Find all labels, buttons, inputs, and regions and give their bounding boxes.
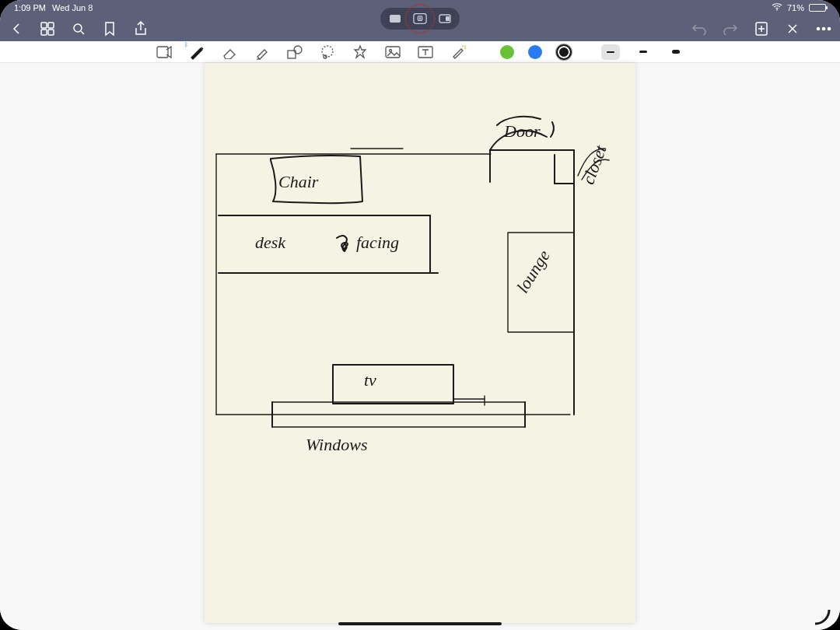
read-only-toggle[interactable] [155, 43, 173, 61]
eraser-tool[interactable] [220, 43, 239, 61]
svg-text:desk: desk [255, 233, 286, 252]
svg-text:Windows: Windows [306, 435, 367, 454]
svg-rect-8 [41, 23, 47, 28]
svg-text:tv: tv [364, 370, 376, 390]
shapes-tool[interactable] [285, 43, 304, 61]
status-time: 1:09 PM [14, 3, 46, 12]
color-black-selected[interactable] [556, 44, 572, 60]
stickers-tool[interactable] [351, 43, 369, 61]
color-green[interactable] [500, 45, 514, 59]
bookmark-button[interactable] [101, 20, 118, 37]
svg-rect-9 [48, 23, 54, 28]
color-blue[interactable] [528, 45, 542, 59]
share-button[interactable] [132, 20, 149, 37]
close-button[interactable] [784, 20, 801, 37]
multitask-pill[interactable] [380, 8, 460, 30]
hand-drawn-floorplan: Chair desk facing tv Windows lounge Door… [205, 63, 635, 623]
laser-tool[interactable] [449, 43, 467, 61]
back-button[interactable] [8, 20, 25, 37]
redo-button[interactable] [722, 20, 739, 37]
undo-button[interactable] [691, 20, 708, 37]
svg-text:lounge: lounge [513, 247, 554, 296]
svg-text:Chair: Chair [278, 172, 319, 191]
svg-point-19 [817, 27, 819, 30]
fullscreen-icon[interactable] [388, 13, 402, 24]
status-date: Wed Jun 8 [52, 3, 93, 12]
svg-point-20 [822, 27, 824, 30]
pen-tool[interactable]: ᛒ [187, 43, 206, 61]
split-view-icon[interactable] [413, 13, 427, 24]
svg-line-13 [81, 31, 84, 34]
svg-rect-22 [157, 47, 168, 58]
svg-rect-7 [446, 16, 450, 21]
svg-point-0 [776, 9, 778, 11]
search-button[interactable] [70, 20, 87, 37]
stroke-thin-selected[interactable] [601, 44, 620, 60]
svg-point-24 [294, 46, 302, 54]
stroke-thick[interactable] [667, 44, 685, 60]
svg-point-21 [828, 27, 830, 30]
battery-icon [809, 4, 826, 12]
svg-rect-47 [333, 365, 453, 404]
canvas-area[interactable]: Chair desk facing tv Windows lounge Door… [0, 63, 840, 630]
home-indicator[interactable] [338, 622, 502, 625]
documents-button[interactable] [39, 20, 56, 37]
wifi-icon [772, 3, 782, 12]
note-page[interactable]: Chair desk facing tv Windows lounge Door… [205, 63, 635, 623]
slideover-icon[interactable] [438, 13, 452, 24]
lasso-tool[interactable] [318, 43, 337, 61]
add-page-button[interactable] [753, 20, 770, 37]
textbox-tool[interactable] [416, 43, 435, 61]
bluetooth-indicator: ᛒ [184, 41, 188, 48]
svg-rect-11 [48, 30, 54, 35]
highlighter-tool[interactable] [253, 43, 271, 61]
tool-bar: ᛒ [0, 41, 840, 63]
svg-text:Door: Door [503, 121, 541, 141]
svg-point-12 [74, 24, 82, 32]
svg-rect-10 [41, 30, 47, 35]
svg-rect-1 [390, 15, 401, 23]
svg-point-25 [322, 46, 333, 57]
more-button[interactable] [815, 20, 832, 37]
quick-note-corner[interactable] [809, 602, 832, 625]
image-tool[interactable] [383, 43, 402, 61]
svg-point-28 [390, 49, 392, 51]
battery-percent: 71% [787, 3, 804, 12]
stroke-medium[interactable] [634, 44, 653, 60]
svg-text:facing: facing [356, 233, 399, 252]
